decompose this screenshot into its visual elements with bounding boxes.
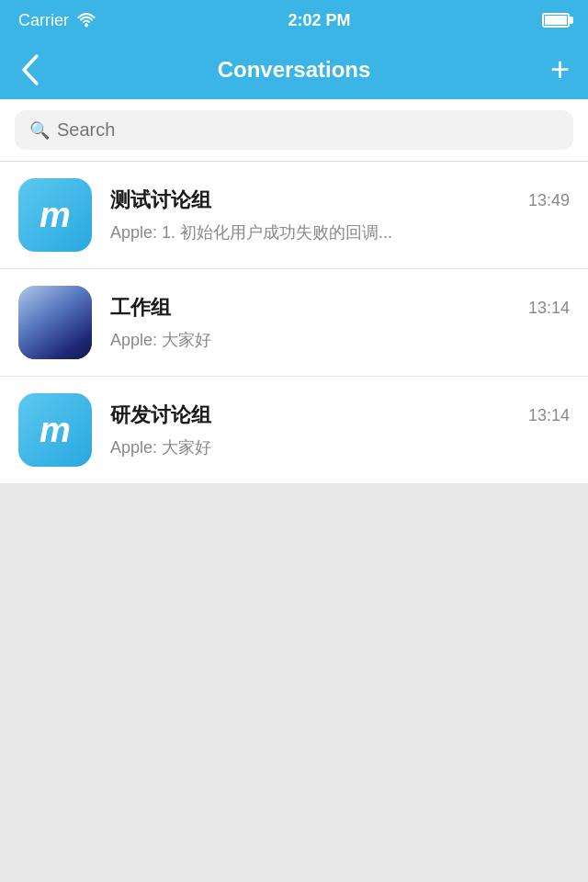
conversation-preview: Apple: 大家好: [110, 329, 570, 351]
back-button[interactable]: [18, 52, 55, 87]
list-item[interactable]: m 测试讨论组 13:49 Apple: 1. 初始化用户成功失败的回调...: [0, 162, 588, 269]
search-bar-container: 🔍: [0, 99, 588, 162]
conversation-list: m 测试讨论组 13:49 Apple: 1. 初始化用户成功失败的回调... …: [0, 162, 588, 484]
search-icon: 🔍: [29, 120, 50, 141]
status-bar-left: Carrier: [18, 11, 96, 30]
conversation-top-row: 测试讨论组 13:49: [110, 187, 570, 214]
svg-point-0: [85, 24, 88, 28]
conversation-top-row: 工作组 13:14: [110, 294, 570, 322]
conversation-name: 工作组: [110, 294, 171, 322]
conversation-name: 测试讨论组: [110, 187, 211, 214]
avatar: m: [18, 393, 92, 467]
status-bar: Carrier 2:02 PM: [0, 0, 588, 40]
status-bar-time: 2:02 PM: [288, 11, 350, 30]
search-bar[interactable]: 🔍: [15, 110, 573, 150]
list-item[interactable]: m 研发讨论组 13:14 Apple: 大家好: [0, 377, 588, 484]
conversation-name: 研发讨论组: [110, 401, 211, 429]
background-area: [0, 484, 588, 760]
conversation-info: 工作组 13:14 Apple: 大家好: [110, 294, 570, 351]
wifi-icon: [76, 13, 96, 28]
carrier-label: Carrier: [18, 11, 69, 30]
search-input[interactable]: [57, 119, 559, 141]
avatar: [18, 286, 92, 359]
nav-title: Conversations: [55, 57, 533, 83]
svg-text:m: m: [40, 411, 71, 449]
conversation-preview: Apple: 1. 初始化用户成功失败的回调...: [110, 221, 570, 243]
avatar: m: [18, 178, 92, 252]
conversation-time: 13:49: [528, 191, 570, 210]
battery-icon: [542, 13, 570, 28]
conversation-info: 测试讨论组 13:49 Apple: 1. 初始化用户成功失败的回调...: [110, 187, 570, 243]
add-conversation-button[interactable]: +: [533, 51, 570, 89]
conversation-time: 13:14: [528, 299, 570, 318]
conversation-preview: Apple: 大家好: [110, 436, 570, 458]
list-item[interactable]: 工作组 13:14 Apple: 大家好: [0, 269, 588, 377]
svg-text:m: m: [40, 196, 71, 234]
status-bar-right: [542, 13, 570, 28]
conversation-time: 13:14: [528, 406, 570, 425]
conversation-top-row: 研发讨论组 13:14: [110, 401, 570, 429]
nav-bar: Conversations +: [0, 40, 588, 99]
conversation-info: 研发讨论组 13:14 Apple: 大家好: [110, 401, 570, 458]
